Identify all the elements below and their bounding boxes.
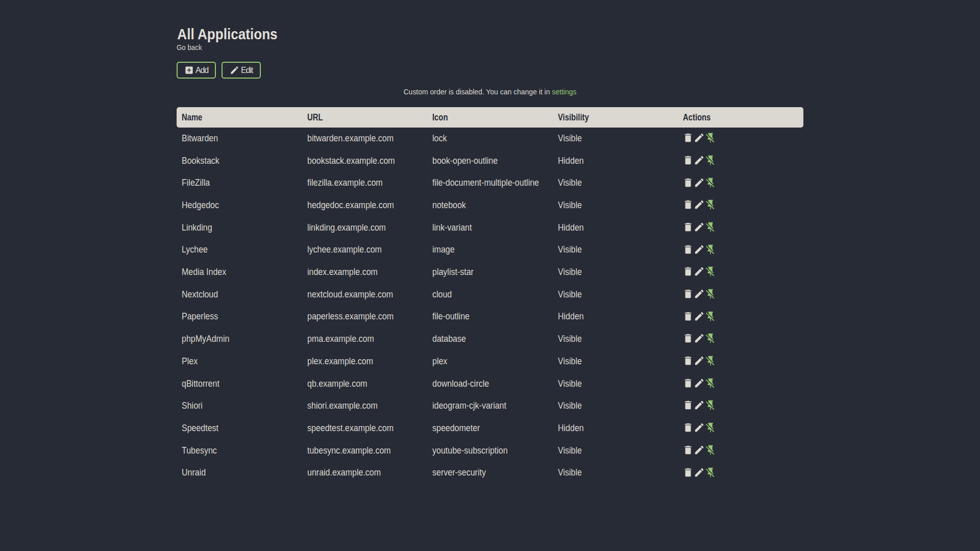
cell-url: hedgedoc.example.com xyxy=(302,194,428,217)
edit-icon[interactable] xyxy=(694,177,705,188)
edit-icon[interactable] xyxy=(694,155,705,166)
cell-url: lychee.example.com xyxy=(302,239,428,262)
unpin-icon[interactable] xyxy=(705,311,716,322)
row-actions xyxy=(678,355,803,368)
edit-button[interactable]: Edit xyxy=(222,62,261,79)
edit-icon[interactable] xyxy=(694,221,705,233)
edit-icon[interactable] xyxy=(694,266,705,277)
unpin-icon[interactable] xyxy=(705,244,716,255)
delete-icon[interactable] xyxy=(682,177,694,188)
unpin-icon[interactable] xyxy=(705,467,716,478)
cell-icon: playlist-star xyxy=(427,262,553,284)
cell-visibility-text: Visible xyxy=(558,467,582,478)
cell-url: qb.example.com xyxy=(302,373,428,395)
cell-visibility: Visible xyxy=(553,373,678,395)
cell-url: nextcloud.example.com xyxy=(302,284,428,306)
unpin-icon[interactable] xyxy=(705,221,716,233)
edit-icon[interactable] xyxy=(694,378,705,389)
delete-icon[interactable] xyxy=(682,244,694,255)
row-actions xyxy=(678,333,803,346)
cell-actions xyxy=(678,172,803,195)
unpin-icon[interactable] xyxy=(705,422,716,433)
custom-order-notice: Custom order is disabled. You can change… xyxy=(208,87,772,96)
delete-icon[interactable] xyxy=(682,221,694,233)
cell-name: Media Index xyxy=(177,262,302,284)
delete-icon[interactable] xyxy=(682,422,694,433)
delete-icon[interactable] xyxy=(682,288,694,299)
edit-icon[interactable] xyxy=(694,444,705,456)
cell-icon-text: youtube-subscription xyxy=(432,445,508,456)
cell-url-text: tubesync.example.com xyxy=(307,445,391,456)
cell-visibility-text: Hidden xyxy=(558,155,584,166)
go-back-link[interactable]: Go back xyxy=(177,43,202,52)
delete-icon[interactable] xyxy=(682,155,694,166)
cell-visibility-text: Hidden xyxy=(558,422,584,434)
cell-url: pma.example.com xyxy=(302,329,428,351)
edit-icon[interactable] xyxy=(694,199,705,210)
cell-visibility: Visible xyxy=(553,350,678,373)
cell-actions xyxy=(678,150,803,172)
unpin-icon[interactable] xyxy=(705,266,716,277)
cell-visibility: Visible xyxy=(553,462,678,485)
delete-icon[interactable] xyxy=(682,311,694,322)
table-row: Lychee lychee.example.com image Visible xyxy=(177,239,803,262)
cell-name-text: Hedgedoc xyxy=(182,199,219,211)
edit-icon[interactable] xyxy=(694,244,705,255)
delete-icon[interactable] xyxy=(682,444,694,456)
unpin-icon[interactable] xyxy=(705,199,716,210)
row-actions xyxy=(678,132,803,145)
delete-icon[interactable] xyxy=(682,467,694,478)
cell-icon-text: file-document-multiple-outline xyxy=(432,177,539,188)
delete-icon[interactable] xyxy=(682,199,694,210)
cell-visibility-text: Visible xyxy=(558,177,582,188)
unpin-icon[interactable] xyxy=(705,378,716,389)
cell-name-text: Shiori xyxy=(182,400,203,411)
cell-name: Shiori xyxy=(177,395,302,418)
delete-icon[interactable] xyxy=(682,132,694,143)
cell-url-text: lychee.example.com xyxy=(307,244,382,255)
table-row: Tubesync tubesync.example.com youtube-su… xyxy=(177,440,803,462)
unpin-icon[interactable] xyxy=(705,132,716,143)
unpin-icon[interactable] xyxy=(705,288,716,299)
edit-icon[interactable] xyxy=(694,311,705,322)
edit-icon[interactable] xyxy=(694,422,705,433)
edit-icon[interactable] xyxy=(694,355,705,366)
unpin-icon[interactable] xyxy=(705,444,716,456)
delete-icon[interactable] xyxy=(682,399,694,411)
cell-visibility: Visible xyxy=(553,262,678,284)
edit-icon[interactable] xyxy=(694,132,705,143)
unpin-icon[interactable] xyxy=(705,399,716,411)
unpin-icon[interactable] xyxy=(705,333,716,344)
add-button[interactable]: Add xyxy=(177,62,216,79)
unpin-icon[interactable] xyxy=(705,177,716,188)
cell-icon: plex xyxy=(427,350,553,373)
cell-name-text: qBittorrent xyxy=(182,378,219,389)
unpin-icon[interactable] xyxy=(705,355,716,366)
delete-icon[interactable] xyxy=(682,378,694,389)
cell-actions xyxy=(678,306,803,329)
delete-icon[interactable] xyxy=(682,355,694,366)
cell-icon: speedometer xyxy=(427,417,553,440)
cell-visibility-text: Visible xyxy=(558,378,582,389)
unpin-icon[interactable] xyxy=(705,155,716,166)
cell-url: linkding.example.com xyxy=(302,217,428,239)
cell-icon-text: speedometer xyxy=(432,422,480,434)
cell-visibility-text: Visible xyxy=(558,133,582,144)
cell-name: Lychee xyxy=(177,239,302,262)
cell-url-text: plex.example.com xyxy=(307,356,373,367)
cell-icon-text: database xyxy=(432,333,466,344)
settings-link[interactable]: settings xyxy=(552,87,576,96)
edit-icon[interactable] xyxy=(694,288,705,299)
cell-visibility: Visible xyxy=(553,172,678,195)
edit-icon[interactable] xyxy=(694,333,705,344)
cell-visibility-text: Visible xyxy=(558,199,582,211)
cell-visibility-text: Visible xyxy=(558,244,582,255)
column-header-url: URL xyxy=(302,107,428,128)
delete-icon[interactable] xyxy=(682,266,694,277)
delete-icon[interactable] xyxy=(682,333,694,344)
table-header: Name URL Icon Visibility Actions xyxy=(177,107,803,128)
edit-icon[interactable] xyxy=(694,467,705,478)
cell-name: Tubesync xyxy=(177,440,302,462)
cell-name-text: Speedtest xyxy=(182,422,218,434)
edit-icon[interactable] xyxy=(694,399,705,411)
